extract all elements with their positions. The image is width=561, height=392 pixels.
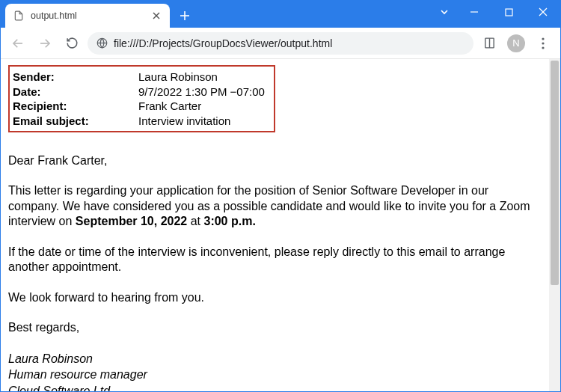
titlebar: output.html — [1, 1, 560, 28]
email-body: Dear Frank Carter, This letter is regard… — [8, 153, 542, 336]
meta-value-recipient: Frank Carter — [138, 99, 201, 114]
meta-row-date: Date: 9/7/2022 1:30 PM −07:00 — [11, 85, 265, 99]
closing: Best regards, — [8, 320, 542, 335]
svg-rect-5 — [506, 9, 512, 16]
meta-value-subject: Interview invitation — [138, 114, 230, 129]
email-header-box: Sender: Laura Robinson Date: 9/7/2022 1:… — [8, 65, 275, 132]
close-window-button[interactable] — [526, 1, 560, 23]
svg-point-15 — [542, 42, 544, 44]
close-tab-button[interactable] — [150, 10, 162, 22]
url-input[interactable] — [114, 37, 465, 49]
new-tab-button[interactable] — [174, 5, 195, 26]
scrollbar[interactable] — [549, 59, 560, 391]
profile-avatar: N — [507, 34, 525, 52]
browser-tab[interactable]: output.html — [5, 4, 170, 28]
chevron-down-icon[interactable] — [432, 1, 457, 23]
viewport: Sender: Laura Robinson Date: 9/7/2022 1:… — [1, 59, 560, 391]
meta-value-date: 9/7/2022 1:30 PM −07:00 — [138, 85, 265, 99]
signature-title: Human resource manager — [8, 367, 542, 383]
address-bar[interactable] — [88, 32, 473, 55]
meta-row-recipient: Recipient: Frank Carter — [11, 99, 265, 114]
window-controls — [432, 1, 560, 23]
scrollbar-thumb[interactable] — [551, 61, 559, 285]
greeting: Dear Frank Carter, — [8, 153, 542, 168]
reload-button[interactable] — [61, 32, 83, 55]
signature-company: Cloud Software Ltd. — [8, 383, 542, 391]
back-button[interactable] — [7, 32, 29, 55]
menu-button[interactable] — [532, 32, 554, 55]
svg-point-14 — [542, 37, 544, 40]
meta-row-sender: Sender: Laura Robinson — [11, 70, 265, 85]
meta-label: Email subject: — [11, 114, 138, 129]
browser-window: output.html — [0, 0, 561, 392]
toolbar: N — [1, 28, 560, 59]
signature-name: Laura Robinson — [8, 351, 542, 367]
meta-label: Date: — [11, 85, 138, 99]
meta-row-subject: Email subject: Interview invitation — [11, 114, 265, 129]
svg-point-16 — [542, 46, 544, 49]
meta-label: Sender: — [11, 70, 138, 85]
profile-button[interactable]: N — [505, 32, 527, 55]
minimize-button[interactable] — [457, 1, 491, 23]
meta-value-sender: Laura Robinson — [138, 70, 218, 85]
paragraph-3: We look forward to hearing from you. — [8, 290, 542, 305]
tab-title: output.html — [31, 10, 144, 21]
paragraph-2: If the date or time of the interview is … — [8, 245, 542, 275]
paragraph-1: This letter is regarding your applicatio… — [8, 183, 542, 229]
globe-icon — [96, 37, 108, 49]
file-icon — [13, 10, 25, 22]
meta-label: Recipient: — [11, 99, 138, 114]
signature: Laura Robinson Human resource manager Cl… — [8, 351, 542, 391]
forward-button[interactable] — [34, 32, 56, 55]
reading-list-icon[interactable] — [478, 32, 500, 55]
maximize-button[interactable] — [491, 1, 526, 23]
page-content: Sender: Laura Robinson Date: 9/7/2022 1:… — [1, 59, 549, 391]
